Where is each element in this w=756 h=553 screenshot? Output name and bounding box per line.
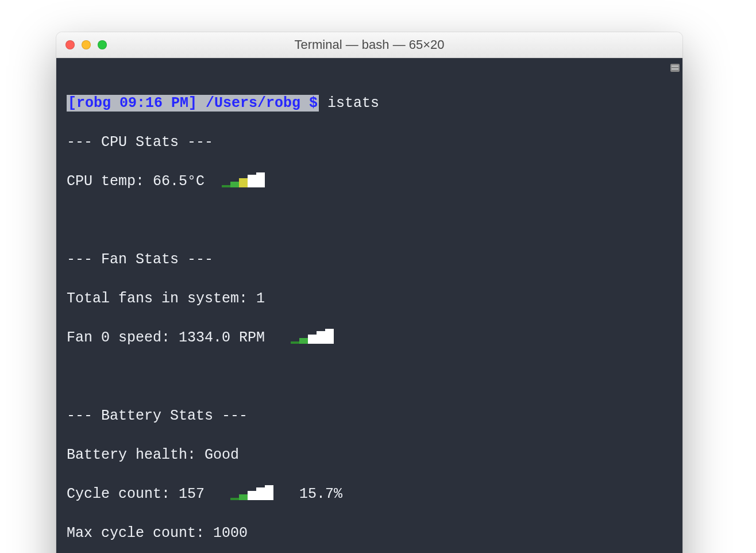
- fan-total-label: Total fans in system:: [67, 290, 248, 307]
- max-cycle-value: 1000: [213, 525, 248, 542]
- shell-prompt: [robg 09:16 PM] /Users/robg $: [67, 95, 319, 112]
- cpu-temp-label: CPU temp:: [67, 173, 144, 190]
- cycle-value: 157: [179, 486, 205, 502]
- fan-header: --- Fan Stats ---: [67, 250, 672, 270]
- zoom-icon[interactable]: [98, 40, 107, 49]
- cycle-count-line: Cycle count: 157 15.7%: [67, 485, 672, 504]
- cycle-spark-icon: [230, 485, 273, 500]
- fan0-value: 1334.0 RPM: [179, 329, 265, 346]
- scrollbar[interactable]: [670, 64, 680, 553]
- cpu-temp-spark-icon: [222, 172, 265, 187]
- traffic-lights: [65, 40, 107, 49]
- battery-health-line: Battery health: Good: [67, 446, 672, 465]
- blank-line: [67, 367, 672, 387]
- close-icon[interactable]: [65, 40, 75, 49]
- fan0-line: Fan 0 speed: 1334.0 RPM: [67, 328, 672, 348]
- command: istats: [327, 95, 379, 112]
- cpu-temp-value: 66.5°C: [153, 173, 205, 190]
- cpu-temp-line: CPU temp: 66.5°C: [67, 172, 672, 191]
- battery-header: --- Battery Stats ---: [67, 406, 672, 426]
- terminal-window: Terminal — bash — 65×20 [robg 09:16 PM] …: [56, 32, 682, 553]
- scroll-to-top-icon[interactable]: [670, 64, 680, 72]
- cpu-header: --- CPU Stats ---: [67, 133, 672, 152]
- prompt-line-1: [robg 09:16 PM] /Users/robg $ istats: [67, 94, 672, 113]
- battery-health-value: Good: [205, 447, 239, 463]
- battery-health-label: Battery health:: [67, 447, 196, 463]
- max-cycle-line: Max cycle count: 1000: [67, 524, 672, 543]
- cycle-pct: 15.7%: [299, 486, 342, 502]
- max-cycle-label: Max cycle count:: [67, 525, 205, 542]
- fan0-spark-icon: [291, 329, 334, 344]
- window-title: Terminal — bash — 65×20: [56, 37, 682, 52]
- fan0-label: Fan 0 speed:: [67, 329, 170, 346]
- blank-line: [67, 211, 672, 231]
- fan-total-line: Total fans in system: 1: [67, 289, 672, 309]
- fan-total-value: 1: [256, 290, 265, 307]
- terminal-body[interactable]: [robg 09:16 PM] /Users/robg $ istats ---…: [56, 58, 682, 553]
- cycle-label: Cycle count:: [67, 486, 170, 502]
- minimize-icon[interactable]: [82, 40, 91, 49]
- titlebar[interactable]: Terminal — bash — 65×20: [56, 32, 682, 58]
- terminal-body-wrap: [robg 09:16 PM] /Users/robg $ istats ---…: [56, 58, 682, 553]
